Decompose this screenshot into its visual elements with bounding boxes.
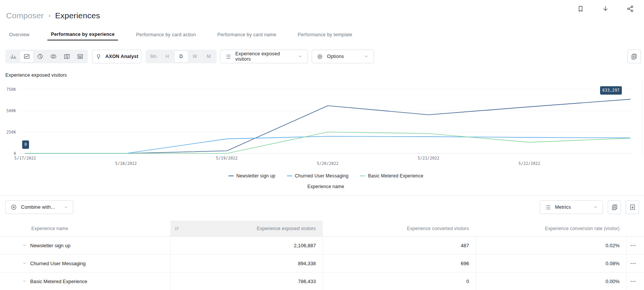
chevron-down-icon xyxy=(364,54,369,59)
experience-name-cell[interactable]: Churned User Messaging xyxy=(0,255,170,272)
legend-swatch xyxy=(287,176,292,176)
row-menu-icon[interactable] xyxy=(630,278,636,285)
chart-canvas[interactable] xyxy=(0,80,644,156)
x-tick-label: 5/21/2022 xyxy=(418,156,440,160)
map-type-button[interactable] xyxy=(60,51,73,62)
row-menu-icon[interactable] xyxy=(630,242,636,249)
x-tick-label: 5/18/2022 xyxy=(115,161,137,166)
granularity-h[interactable]: H xyxy=(160,51,174,62)
download-icon[interactable] xyxy=(602,5,609,13)
lightbulb-icon xyxy=(95,53,102,60)
value-cell: 696 xyxy=(323,255,476,272)
column-header-1[interactable]: Experience name xyxy=(0,221,170,236)
chart-right-border xyxy=(642,80,642,156)
tab-bar: OverviewPerformance by experiencePerform… xyxy=(6,29,370,40)
tab-performance-by-card-action[interactable]: Performance by card action xyxy=(133,29,199,40)
experience-name: Newsletter sign up xyxy=(30,243,70,248)
bar-chart-type-button[interactable] xyxy=(6,51,20,62)
breadcrumb-parent[interactable]: Composer xyxy=(6,11,44,20)
row-menu-icon[interactable] xyxy=(630,260,636,267)
tab-performance-by-experience[interactable]: Performance by experience xyxy=(47,29,118,40)
row-menu-cell xyxy=(626,237,644,254)
line-chart-type-button[interactable] xyxy=(20,51,33,62)
tab-performance-by-template[interactable]: Performance by template xyxy=(294,29,356,40)
cell-value: 786,433 xyxy=(298,279,316,284)
copy-chart-button[interactable] xyxy=(627,50,641,63)
legend-swatch xyxy=(360,176,365,176)
granularity-m[interactable]: M xyxy=(202,51,215,62)
metrics-dropdown-label: Metrics xyxy=(555,205,571,210)
column-header-label: Experience converted visitors xyxy=(407,226,469,231)
chart-type-switcher xyxy=(5,50,88,63)
pie-chart-type-button[interactable] xyxy=(33,51,47,62)
venn-diagram-icon xyxy=(50,53,57,60)
column-header-2[interactable]: Experience exposed visitors xyxy=(170,221,323,236)
legend-item-churned-user-messaging[interactable]: Churned User Messaging xyxy=(287,173,348,179)
cell-value: 2,106,887 xyxy=(294,243,316,248)
bookmark-icon[interactable] xyxy=(577,5,584,13)
breadcrumb-separator: › xyxy=(48,12,50,19)
header-actions xyxy=(577,5,634,13)
page-title: Experiences xyxy=(55,11,100,20)
bar-chart-icon xyxy=(10,53,17,60)
section-divider xyxy=(0,195,644,196)
column-header-4[interactable]: Experience conversion rate (visitor) xyxy=(476,221,626,236)
dashboard-icon xyxy=(77,53,84,60)
chevron-down-icon[interactable] xyxy=(22,261,27,266)
value-cell: 0.02% xyxy=(476,237,626,254)
y-tick-label: 250K xyxy=(0,130,16,134)
axon-analyst-button[interactable]: AXON Analyst xyxy=(92,50,141,63)
tab-overview[interactable]: Overview xyxy=(6,29,33,40)
cell-value: 487 xyxy=(461,243,469,248)
legend-label: Churned User Messaging xyxy=(295,173,348,179)
legend-swatch xyxy=(228,176,234,176)
y-tick-label: 0 xyxy=(0,151,16,156)
list-icon xyxy=(225,53,231,60)
experiences-table: Experience nameExperience exposed visito… xyxy=(0,221,644,290)
legend-label: Newsletter sign up xyxy=(236,173,275,179)
options-dropdown[interactable]: Options xyxy=(312,50,374,63)
x-axis-title: Experience name xyxy=(19,184,632,189)
options-dropdown-label: Options xyxy=(327,54,344,59)
chevron-down-icon[interactable] xyxy=(22,243,27,248)
legend-item-newsletter-sign-up[interactable]: Newsletter sign up xyxy=(228,173,275,179)
column-header-label: Experience conversion rate (visitor) xyxy=(545,226,620,231)
axon-analyst-label: AXON Analyst xyxy=(105,54,139,59)
chevron-down-icon[interactable] xyxy=(22,279,27,284)
cell-value: 0.00% xyxy=(605,279,620,284)
sort-descending-icon[interactable] xyxy=(174,226,180,231)
export-icon xyxy=(629,204,636,211)
line-chart: 750K500K250K0 5/17/20225/18/20225/19/202… xyxy=(0,80,644,195)
value-cell: 894,338 xyxy=(170,255,323,272)
granularity-d[interactable]: D xyxy=(175,51,188,62)
map-icon xyxy=(63,53,70,60)
x-tick-label: 5/17/2022 xyxy=(15,156,36,160)
line-chart-icon xyxy=(23,53,30,60)
experience-name-cell[interactable]: Basic Metered Experience xyxy=(0,272,170,290)
venn-diagram-type-button[interactable] xyxy=(47,51,60,62)
table-row: Basic Metered Experience786,43300.00% xyxy=(0,272,644,290)
x-tick-label: 5/19/2022 xyxy=(216,156,238,160)
combine-with-button[interactable]: Combine with... xyxy=(5,200,73,214)
chart-title: Experience exposed visitors xyxy=(5,72,67,78)
metrics-dropdown[interactable]: Metrics xyxy=(540,200,603,214)
tab-performance-by-card-name[interactable]: Performance by card name xyxy=(214,29,280,40)
export-table-button[interactable] xyxy=(626,200,639,214)
share-icon[interactable] xyxy=(626,5,634,13)
copy-table-button[interactable] xyxy=(608,200,621,214)
column-header-3[interactable]: Experience converted visitors xyxy=(323,221,476,236)
dashboard-type-button[interactable] xyxy=(73,51,87,62)
granularity-mn[interactable]: Mn xyxy=(147,51,160,62)
list-icon xyxy=(545,204,551,211)
table-row: Newsletter sign up2,106,8874870.02% xyxy=(0,237,644,255)
column-header-label: Experience name xyxy=(31,226,68,231)
metric-dropdown[interactable]: Experience exposed visitors xyxy=(220,50,308,63)
experience-name-cell[interactable]: Newsletter sign up xyxy=(0,237,170,254)
copy-icon xyxy=(631,53,638,60)
legend-item-basic-metered-experience[interactable]: Basic Metered Experience xyxy=(360,173,423,179)
chevron-down-icon xyxy=(298,54,303,59)
value-cell: 487 xyxy=(323,237,476,254)
cell-value: 0.02% xyxy=(605,243,620,248)
experience-name: Basic Metered Experience xyxy=(30,279,87,284)
granularity-w[interactable]: W xyxy=(188,51,202,62)
